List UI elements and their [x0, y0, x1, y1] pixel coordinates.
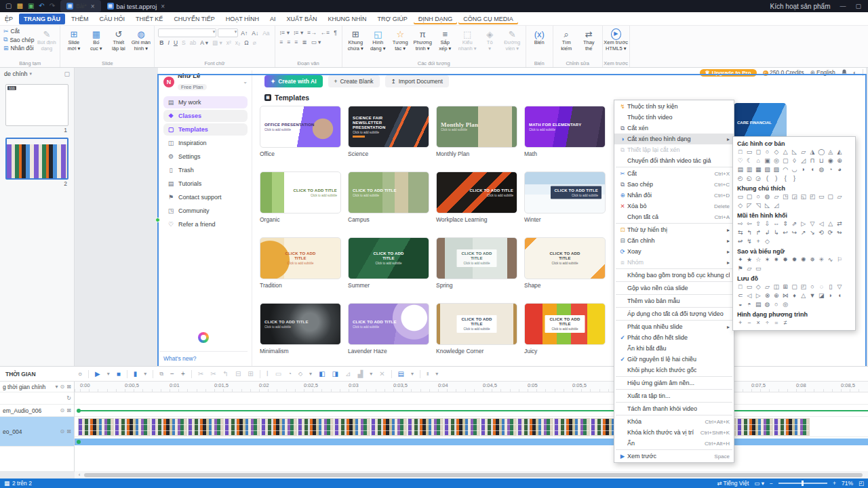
open-folder-icon[interactable]: ▩	[16, 3, 22, 9]
menu-item-convert-author-video[interactable]: Chuyển đổi thành video tác giả	[614, 155, 734, 166]
zoom-slider[interactable]	[778, 483, 827, 484]
eye-icon[interactable]: ⊙	[60, 384, 65, 390]
record-icon[interactable]: ○	[75, 370, 85, 378]
shape-swatch[interactable]: )	[772, 174, 781, 183]
eye-icon[interactable]: ⊙	[60, 407, 65, 413]
paragraph-format-icon[interactable]: ¶	[332, 28, 338, 37]
shape-swatch[interactable]: ◖	[835, 291, 844, 300]
shape-swatch[interactable]: ×	[754, 319, 763, 327]
font-style-icon[interactable]: x²	[225, 39, 233, 47]
font-style-icon[interactable]: ▨ ▾	[211, 39, 224, 47]
lock-icon[interactable]: ⊠	[66, 384, 71, 390]
chevron-down-icon[interactable]: ⌄	[243, 79, 248, 85]
new-file-icon[interactable]: ▢	[5, 3, 12, 9]
track-header-row[interactable]: g thời gian chính ▾ ⊙ ⊠	[0, 382, 74, 392]
play-icon[interactable]: ▶	[92, 370, 104, 378]
shape-swatch[interactable]: ⊞	[781, 283, 789, 291]
shape-swatch[interactable]: ◿	[799, 157, 808, 165]
ai-button[interactable]: ✦Create with AI	[264, 75, 323, 87]
shape-swatch[interactable]: ⇄	[835, 220, 844, 228]
play-caret-icon[interactable]: ▾	[104, 371, 113, 377]
shape-swatch[interactable]: ⇩	[763, 220, 772, 228]
paragraph-format-icon[interactable]: ←≡	[319, 28, 331, 37]
selection-border-top[interactable]	[157, 74, 867, 75]
ribbon-tab[interactable]: CHUYỂN TIẾP	[169, 14, 219, 24]
chevron-down-icon[interactable]: ▾	[30, 71, 33, 77]
shape-swatch[interactable]: ◵	[745, 174, 753, 183]
cut-right-icon[interactable]: ✂	[207, 370, 219, 378]
shape-swatch[interactable]: ⊂	[736, 291, 745, 300]
shape-swatch[interactable]: ⊕	[772, 291, 781, 300]
shape-swatch[interactable]: ▭	[745, 283, 753, 291]
shape-swatch[interactable]: ↲	[763, 228, 772, 237]
video-start-handle[interactable]	[77, 440, 81, 444]
shape-swatch[interactable]: ↫	[736, 237, 745, 246]
shape-swatch[interactable]: ▽	[808, 220, 816, 228]
shape-swatch[interactable]: ◒	[736, 300, 745, 309]
shape-swatch[interactable]: ○	[763, 148, 772, 157]
shape-swatch[interactable]: △	[781, 148, 789, 157]
shape-swatch[interactable]: =	[772, 319, 781, 327]
ribbon-tab[interactable]: ĐỊNH DẠNG	[414, 14, 458, 24]
shape-swatch[interactable]: ⋈	[781, 291, 789, 300]
minimize-icon[interactable]: —	[840, 3, 846, 9]
shape-swatch[interactable]: ✦	[736, 256, 745, 264]
ribbon-button[interactable]: ≡Sắpxếp ▾	[434, 27, 456, 60]
shape-swatch[interactable]: ◔	[826, 165, 835, 174]
menu-item-crop[interactable]: ⧉Cắt xén	[614, 123, 734, 134]
restore-icon[interactable]: ▢	[855, 3, 861, 9]
shape-swatch[interactable]: ↬	[835, 228, 844, 237]
shape-swatch[interactable]: ◇	[763, 237, 772, 246]
shape-swatch[interactable]: ◴	[736, 174, 745, 183]
video-frame-thumb[interactable]	[115, 418, 151, 436]
shape-swatch[interactable]: ▤	[754, 300, 763, 309]
shape-swatch[interactable]: ◗	[826, 291, 835, 300]
shape-swatch[interactable]: ⚐	[835, 256, 844, 264]
selection-border-right[interactable]	[865, 74, 867, 366]
font-style-icon[interactable]: Ω	[243, 39, 250, 47]
shape-swatch[interactable]: ⟳	[826, 228, 835, 237]
shape-swatch[interactable]: □	[736, 283, 745, 291]
lock-icon[interactable]: ⊠	[66, 407, 71, 413]
file-tab[interactable]: ▦Bài*×	[60, 0, 100, 12]
trim-icon[interactable]: Ⅰ	[263, 370, 272, 378]
shape-swatch[interactable]: ✵	[808, 256, 816, 264]
ribbon-button[interactable]: ✂Cắt	[3, 28, 34, 35]
shape-swatch[interactable]: ↳	[772, 228, 781, 237]
split-icon[interactable]: ⊟	[232, 370, 244, 378]
menu-item-delete[interactable]: ✕Xóa bỏDelete	[614, 201, 734, 211]
video-frame-thumb[interactable]	[554, 418, 590, 436]
refresh-icon[interactable]: ↻	[66, 395, 71, 401]
shape-swatch[interactable]: ◡	[790, 165, 799, 174]
menu-item-align[interactable]: ⊟Căn chỉnh▸	[614, 235, 734, 246]
shape-swatch[interactable]: ☆	[754, 256, 763, 264]
menu-item-lock[interactable]: KhóaCtrl+Alt+K	[614, 416, 734, 427]
shape-swatch[interactable]: ✹	[790, 256, 799, 264]
fade-out-icon[interactable]: ◨	[329, 370, 342, 378]
shape-swatch[interactable]: ⇧	[754, 220, 763, 228]
shape-swatch[interactable]: ◲	[790, 192, 799, 201]
activate-product-link[interactable]: Kích hoạt sản phẩm	[770, 3, 831, 10]
menu-item-exclude-from-layout[interactable]: Không bao gồm trong bố cục khung chứa	[614, 270, 734, 281]
ripple-icon[interactable]: ↰	[220, 370, 232, 378]
shape-swatch[interactable]: ◎	[781, 300, 789, 309]
sidebar-item[interactable]: ▤My work	[163, 96, 248, 108]
range-icon[interactable]: ▭	[272, 370, 285, 378]
menu-item-preview-play[interactable]: ▶Xem trướcSpace	[614, 451, 734, 462]
shape-swatch[interactable]: □	[736, 148, 745, 157]
shape-swatch[interactable]: ○	[808, 283, 816, 291]
ribbon-button[interactable]: ⌕Tìmkiếm	[555, 27, 578, 60]
shape-swatch[interactable]: ◫	[772, 283, 781, 291]
sidebar-item[interactable]: ⚑Contact support	[163, 191, 248, 203]
menu-item-export-to-file[interactable]: Xuất ra tập tin...	[614, 390, 734, 401]
sidebar-item[interactable]: ◳Community	[163, 205, 248, 217]
font-size-icon[interactable]: A↑	[239, 29, 249, 37]
menu-item-cut[interactable]: ✂CắtCtrl+X	[614, 168, 734, 179]
zoom-out-icon[interactable]: −	[167, 370, 178, 378]
menu-item-add-to-template[interactable]: Thêm vào bản mẫu	[614, 296, 734, 306]
shape-swatch[interactable]: ▥	[745, 165, 753, 174]
keyframe-icon[interactable]: ◇	[295, 371, 306, 377]
ribbon-tab[interactable]: CÔNG CỤ MEDIA	[458, 14, 518, 24]
menu-item-video-properties[interactable]: Thuộc tính video	[614, 112, 734, 123]
shape-swatch[interactable]: ◓	[745, 300, 753, 309]
